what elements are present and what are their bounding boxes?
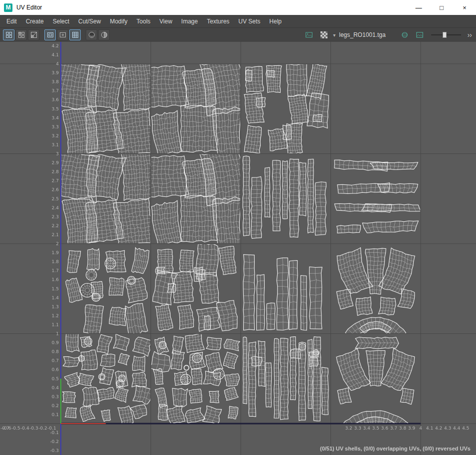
shade-sphere-button[interactable]	[86, 29, 97, 40]
toolbar: ▾ legs_RO1001.tga ››	[0, 28, 476, 42]
texture-name[interactable]: legs_RO1001.tga	[339, 31, 385, 38]
texture-image-button[interactable]	[303, 29, 315, 40]
uv-tiles-button[interactable]	[3, 29, 14, 40]
shade-sphere-icon	[88, 31, 95, 38]
uv-viewport[interactable]	[0, 42, 476, 455]
menu-item-uv-sets[interactable]: UV Sets	[234, 15, 265, 28]
menu-bar: EditCreateSelectCut/SewModifyToolsViewIm…	[0, 15, 476, 28]
menu-item-view[interactable]: View	[155, 15, 177, 28]
toolbar-right-group: ▾ legs_RO1001.tga ››	[303, 29, 473, 40]
menu-item-create[interactable]: Create	[21, 15, 48, 28]
menu-item-cut-sew[interactable]: Cut/Sew	[74, 15, 105, 28]
slider-handle[interactable]	[443, 32, 447, 38]
exposure-icon	[101, 31, 108, 38]
window-title: UV Editor	[16, 4, 42, 11]
image-icon	[306, 31, 313, 38]
menu-item-image[interactable]: Image	[177, 15, 202, 28]
pixel-grid-icon	[72, 31, 79, 38]
uv-tiles-stacked-button[interactable]	[15, 29, 27, 40]
checker-toggle-button[interactable]	[318, 29, 329, 40]
image-inset-icon	[59, 31, 66, 38]
image-frame-icon	[416, 31, 423, 38]
menu-item-edit[interactable]: Edit	[2, 15, 21, 28]
maximize-icon: □	[440, 4, 444, 11]
uv-tiles-icon	[5, 31, 12, 38]
texture-sphere-icon	[401, 31, 408, 38]
uv-tiles-stacked-icon	[18, 31, 25, 38]
close-icon: ×	[463, 4, 467, 11]
image-border-icon	[47, 31, 54, 38]
title-bar: M UV Editor — □ ×	[0, 0, 476, 15]
close-button[interactable]: ×	[453, 0, 476, 15]
image-border-button[interactable]	[44, 29, 56, 40]
pixel-grid-button[interactable]	[69, 29, 81, 40]
exposure-button[interactable]	[98, 29, 110, 40]
menu-item-help[interactable]: Help	[265, 15, 286, 28]
image-display-button[interactable]	[414, 29, 426, 40]
menu-item-textures[interactable]: Textures	[202, 15, 234, 28]
viewport-container: (0/51) UV shells, (0/0) overlapping UVs,…	[0, 42, 476, 455]
uv-editor-window: M UV Editor — □ × EditCreateSelectCut/Se…	[0, 0, 476, 455]
menu-item-tools[interactable]: Tools	[132, 15, 155, 28]
minimize-icon: —	[416, 4, 422, 11]
uv-texture-button[interactable]	[399, 29, 411, 40]
menu-item-modify[interactable]: Modify	[105, 15, 132, 28]
uv-tiles-shaded-icon	[30, 31, 37, 38]
texture-dropdown[interactable]: ▾	[333, 32, 335, 38]
toolbar-left-group	[3, 29, 110, 40]
checker-icon	[320, 31, 327, 38]
uv-tiles-shaded-button[interactable]	[28, 29, 39, 40]
expand-panel-icon[interactable]: ››	[468, 31, 472, 39]
minimize-button[interactable]: —	[407, 0, 430, 15]
image-dim-slider[interactable]	[431, 31, 461, 39]
maximize-button[interactable]: □	[430, 0, 453, 15]
window-controls: — □ ×	[407, 0, 476, 15]
status-bar: (0/51) UV shells, (0/0) overlapping UVs,…	[320, 446, 471, 452]
menu-item-select[interactable]: Select	[48, 15, 74, 28]
maya-app-icon: M	[4, 3, 12, 12]
image-inset-button[interactable]	[57, 29, 68, 40]
